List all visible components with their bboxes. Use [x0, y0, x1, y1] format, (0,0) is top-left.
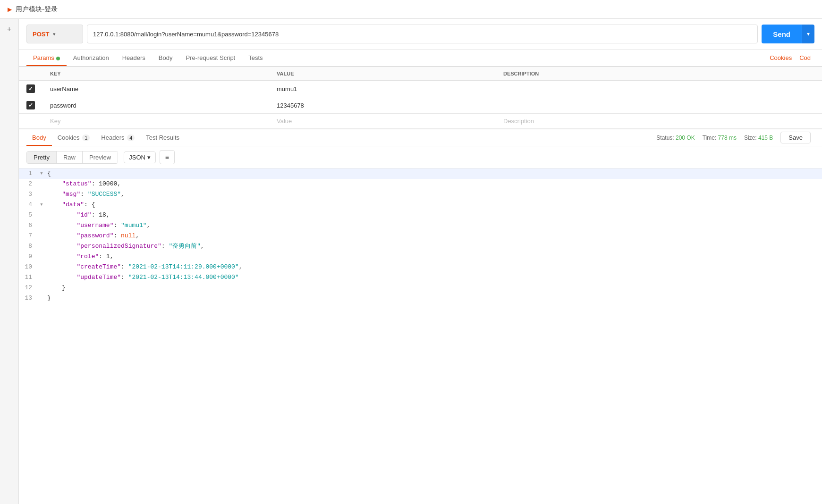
- time-label: Time: 778 ms: [703, 134, 737, 141]
- line-toggle: [38, 241, 45, 252]
- send-button-group: Send ▾: [762, 25, 814, 43]
- resp-tab-body[interactable]: Body: [26, 129, 52, 146]
- value-placeholder: Value: [277, 118, 292, 125]
- code-table: 1 ▾ { 2 "status": 10000, 3 "msg": "SUCCE…: [19, 168, 822, 303]
- json-chevron-icon: ▾: [147, 154, 151, 161]
- code-row: 4 ▾ "data": {: [19, 200, 822, 210]
- code-line: }: [45, 293, 822, 303]
- left-sidebar: +: [0, 19, 19, 504]
- response-tabs-bar: Body Cookies 1 Headers 4 Test Results: [19, 129, 822, 146]
- tab-code-link[interactable]: Cod: [796, 50, 814, 66]
- headers-count-badge: 4: [127, 134, 135, 141]
- code-line: {: [45, 168, 822, 179]
- content-area: POST ▾ Send ▾ Params Authorization He: [19, 19, 822, 504]
- resp-tab-cookies[interactable]: Cookies 1: [52, 129, 96, 146]
- line-toggle: [38, 220, 45, 231]
- code-line: "msg": "SUCCESS",: [45, 189, 822, 200]
- url-input[interactable]: [87, 25, 758, 43]
- app-container: ▶ 用户模块-登录 + POST ▾ Send ▾: [0, 0, 822, 504]
- line-number: 13: [19, 293, 38, 303]
- col-header-desc: DESCRIPTION: [496, 67, 822, 81]
- json-format-select[interactable]: JSON ▾: [124, 151, 156, 163]
- preview-btn[interactable]: Preview: [83, 151, 118, 163]
- code-line: "id": 18,: [45, 210, 822, 220]
- tab-authorization[interactable]: Authorization: [67, 50, 116, 66]
- col-header-value: VALUE: [269, 67, 496, 81]
- tab-tests[interactable]: Tests: [242, 50, 269, 66]
- tab-params[interactable]: Params: [26, 50, 67, 66]
- time-value: 778 ms: [718, 134, 737, 141]
- request-tabs-area: Params Authorization Headers Body Pre-re…: [19, 50, 822, 67]
- line-number: 2: [19, 179, 38, 189]
- code-row: 8 "personalizedSignature": "奋勇向前",: [19, 241, 822, 252]
- params-table: KEY VALUE DESCRIPTION userName mumu1: [19, 67, 822, 129]
- param-value: 12345678: [277, 102, 304, 109]
- code-line: }: [45, 283, 822, 293]
- cookies-count-badge: 1: [82, 134, 90, 141]
- code-line: "password": null,: [45, 231, 822, 241]
- col-header-check: [19, 67, 42, 81]
- code-row: 12 }: [19, 283, 822, 293]
- table-row-empty: Key Value Description: [19, 114, 822, 129]
- body-toolbar: Pretty Raw Preview JSON ▾ ≡: [19, 146, 822, 168]
- status-value: 200 OK: [676, 134, 695, 141]
- method-select[interactable]: POST ▾: [26, 25, 83, 43]
- code-row: 1 ▾ {: [19, 168, 822, 179]
- tab-cookies-link[interactable]: Cookies: [766, 50, 796, 66]
- code-line: "username": "mumu1",: [45, 220, 822, 231]
- wrap-lines-button[interactable]: ≡: [160, 150, 175, 164]
- line-number: 10: [19, 262, 38, 272]
- line-toggle[interactable]: ▾: [38, 200, 45, 210]
- save-button[interactable]: Save: [780, 132, 811, 143]
- send-dropdown-button[interactable]: ▾: [802, 25, 814, 43]
- code-row: 11 "updateTime": "2021-02-13T14:13:44.00…: [19, 272, 822, 283]
- url-bar-area: POST ▾ Send ▾: [19, 19, 822, 50]
- row-checkbox[interactable]: [26, 101, 35, 109]
- code-row: 6 "username": "mumu1",: [19, 220, 822, 231]
- line-toggle: [38, 262, 45, 272]
- line-number: 7: [19, 231, 38, 241]
- status-label: Status: 200 OK: [656, 134, 695, 141]
- params-dot: [56, 57, 60, 60]
- param-value: mumu1: [277, 85, 297, 92]
- breadcrumb-bar: ▶ 用户模块-登录: [0, 0, 822, 19]
- key-placeholder: Key: [50, 118, 60, 125]
- table-row: password 12345678: [19, 97, 822, 114]
- line-toggle[interactable]: ▾: [38, 168, 45, 179]
- resp-tab-test-results[interactable]: Test Results: [140, 129, 185, 146]
- main-layout: + POST ▾ Send ▾ Params: [0, 19, 822, 504]
- line-toggle: [38, 252, 45, 262]
- line-number: 12: [19, 283, 38, 293]
- format-btn-group: Pretty Raw Preview: [26, 151, 118, 164]
- line-toggle: [38, 231, 45, 241]
- line-toggle: [38, 283, 45, 293]
- code-row: 7 "password": null,: [19, 231, 822, 241]
- line-number: 6: [19, 220, 38, 231]
- tab-headers[interactable]: Headers: [116, 50, 152, 66]
- tab-body[interactable]: Body: [152, 50, 179, 66]
- size-value: 415 B: [758, 134, 773, 141]
- line-number: 9: [19, 252, 38, 262]
- json-code-area: 1 ▾ { 2 "status": 10000, 3 "msg": "SUCCE…: [19, 168, 822, 504]
- desc-placeholder: Description: [503, 118, 534, 125]
- code-line: "personalizedSignature": "奋勇向前",: [45, 241, 822, 252]
- tab-pre-request[interactable]: Pre-request Script: [179, 50, 242, 66]
- code-row: 3 "msg": "SUCCESS",: [19, 189, 822, 200]
- code-row: 10 "createTime": "2021-02-13T14:11:29.00…: [19, 262, 822, 272]
- param-key: password: [50, 102, 76, 109]
- pretty-btn[interactable]: Pretty: [27, 151, 57, 163]
- code-row: 9 "role": 1,: [19, 252, 822, 262]
- breadcrumb-title: 用户模块-登录: [16, 5, 58, 14]
- code-row: 13 }: [19, 293, 822, 303]
- resp-tab-headers[interactable]: Headers 4: [95, 129, 140, 146]
- params-area: KEY VALUE DESCRIPTION userName mumu1: [19, 67, 822, 129]
- raw-btn[interactable]: Raw: [57, 151, 83, 163]
- line-toggle: [38, 189, 45, 200]
- code-row: 5 "id": 18,: [19, 210, 822, 220]
- send-button[interactable]: Send: [762, 25, 802, 43]
- sidebar-add-button[interactable]: +: [3, 23, 16, 36]
- row-checkbox[interactable]: [26, 84, 35, 93]
- code-line: "role": 1,: [45, 252, 822, 262]
- size-label: Size: 415 B: [744, 134, 773, 141]
- line-number: 1: [19, 168, 38, 179]
